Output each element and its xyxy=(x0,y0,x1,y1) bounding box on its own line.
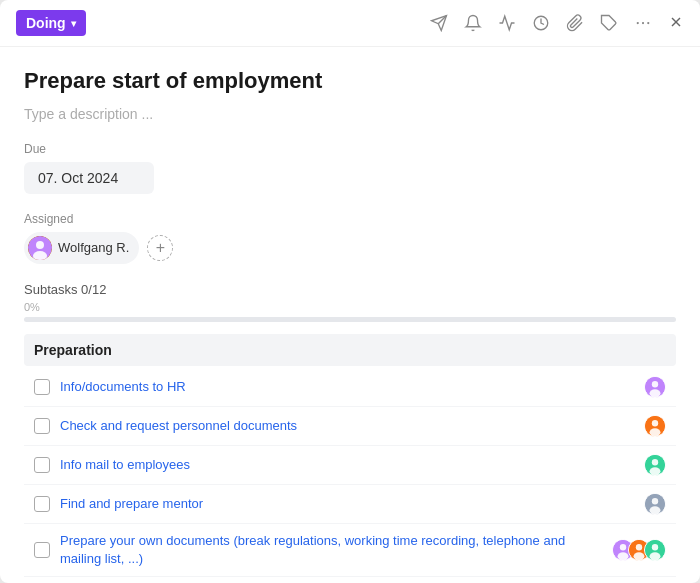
subtask-avatars xyxy=(644,376,666,398)
assignees-list: Wolfgang R. + xyxy=(24,232,676,264)
assignee-name: Wolfgang R. xyxy=(58,240,129,255)
subtask-checkbox[interactable] xyxy=(34,496,50,512)
subtask-avatar xyxy=(644,376,666,398)
svg-point-16 xyxy=(652,420,658,426)
subtask-text: Find and prepare mentor xyxy=(60,496,634,511)
subtask-item[interactable]: Prepare your own documents (break regula… xyxy=(24,524,676,577)
svg-point-29 xyxy=(634,552,645,560)
subtask-item[interactable]: Check and request personnel documents xyxy=(24,407,676,446)
subtask-avatar xyxy=(644,454,666,476)
due-label: Due xyxy=(24,142,676,156)
svg-point-23 xyxy=(650,506,661,514)
status-badge[interactable]: Doing ▾ xyxy=(16,10,86,36)
toolbar-right xyxy=(430,13,684,33)
svg-point-19 xyxy=(652,459,658,465)
subtask-checkbox[interactable] xyxy=(34,418,50,434)
task-content: Prepare start of employment Type a descr… xyxy=(0,47,700,583)
task-modal: Doing ▾ xyxy=(0,0,700,583)
svg-point-22 xyxy=(652,498,658,504)
subtasks-label: Subtasks 0/12 xyxy=(24,282,106,297)
subtask-avatar xyxy=(644,415,666,437)
subtask-text: Info/documents to HR xyxy=(60,379,634,394)
subtask-list: Info/documents to HRCheck and request pe… xyxy=(24,368,676,583)
subtask-item[interactable]: Key? xyxy=(24,577,676,583)
tag-icon[interactable] xyxy=(600,14,618,32)
more-icon[interactable] xyxy=(634,14,652,32)
subtask-item[interactable]: Find and prepare mentor xyxy=(24,485,676,524)
subtasks-header: Subtasks 0/12 xyxy=(24,282,676,297)
due-date-field[interactable]: 07. Oct 2024 xyxy=(24,162,154,194)
svg-point-6 xyxy=(647,22,649,24)
chart-icon[interactable] xyxy=(498,14,516,32)
status-label: Doing xyxy=(26,15,66,31)
svg-point-10 xyxy=(36,241,44,249)
toolbar: Doing ▾ xyxy=(0,0,700,47)
svg-point-28 xyxy=(636,544,642,550)
subtask-text: Info mail to employees xyxy=(60,457,634,472)
subtask-checkbox[interactable] xyxy=(34,457,50,473)
svg-point-4 xyxy=(637,22,639,24)
svg-point-17 xyxy=(650,428,661,436)
toolbar-left: Doing ▾ xyxy=(16,10,86,36)
svg-point-26 xyxy=(618,552,629,560)
svg-point-13 xyxy=(652,381,658,387)
progress-bar-track xyxy=(24,317,676,322)
send-icon[interactable] xyxy=(430,14,448,32)
svg-point-14 xyxy=(650,389,661,397)
description-placeholder[interactable]: Type a description ... xyxy=(24,106,676,122)
subtask-text: Prepare your own documents (break regula… xyxy=(60,532,602,568)
svg-point-31 xyxy=(652,544,658,550)
subtask-avatars xyxy=(612,539,666,561)
assignee-chip[interactable]: Wolfgang R. xyxy=(24,232,139,264)
assigned-label: Assigned xyxy=(24,212,676,226)
subtask-item[interactable]: Info/documents to HR xyxy=(24,368,676,407)
subtask-group-title: Preparation xyxy=(24,334,676,366)
svg-point-5 xyxy=(642,22,644,24)
svg-point-20 xyxy=(650,467,661,475)
subtask-avatars xyxy=(644,493,666,515)
close-button[interactable] xyxy=(668,13,684,33)
subtask-avatar xyxy=(644,493,666,515)
subtask-avatars xyxy=(644,454,666,476)
subtask-avatars xyxy=(644,415,666,437)
subtask-checkbox[interactable] xyxy=(34,542,50,558)
subtask-avatar xyxy=(644,539,666,561)
subtask-checkbox[interactable] xyxy=(34,379,50,395)
paperclip-icon[interactable] xyxy=(566,14,584,32)
svg-point-32 xyxy=(650,552,661,560)
chevron-down-icon: ▾ xyxy=(71,18,76,29)
timer-icon[interactable] xyxy=(532,14,550,32)
subtask-item[interactable]: Info mail to employees xyxy=(24,446,676,485)
bell-icon[interactable] xyxy=(464,14,482,32)
assignee-avatar xyxy=(28,236,52,260)
subtask-text: Check and request personnel documents xyxy=(60,418,634,433)
svg-point-25 xyxy=(620,544,626,550)
progress-pct: 0% xyxy=(24,301,676,313)
add-assignee-button[interactable]: + xyxy=(147,235,173,261)
assigned-section: Assigned Wolfgang R. + xyxy=(24,212,676,264)
task-title: Prepare start of employment xyxy=(24,67,676,96)
subtasks-section: Subtasks 0/12 0% Preparation Info/docume… xyxy=(24,282,676,583)
